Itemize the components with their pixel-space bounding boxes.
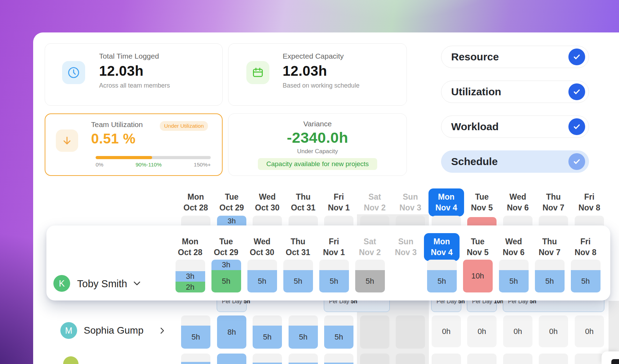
day-header: WedNov 6 <box>500 188 536 216</box>
schedule-cell[interactable]: 5h <box>289 315 318 349</box>
schedule-cell[interactable]: 0h <box>539 315 568 347</box>
schedule-cell[interactable]: 0h <box>503 315 532 347</box>
cell-segment <box>324 354 353 363</box>
schedule-cell[interactable]: 5h <box>247 260 277 292</box>
schedule-cell[interactable] <box>360 315 389 349</box>
stat-card-total-time: Total Time Logged 12.03h Across all team… <box>45 43 223 106</box>
schedule-cell[interactable] <box>289 216 318 226</box>
date-label: Nov 8 <box>575 248 597 257</box>
cell-segment: 5h <box>181 326 210 349</box>
schedule-cell[interactable] <box>360 354 389 364</box>
schedule-cell[interactable] <box>324 354 353 364</box>
schedule-cell[interactable]: 5h <box>283 260 313 292</box>
view-toggle-utilization[interactable]: Utilization <box>441 81 589 103</box>
view-toggle-schedule[interactable]: Schedule <box>441 150 589 173</box>
stat-subtitle: Across all team members <box>99 82 170 89</box>
stat-value: -2340.0h <box>229 129 407 146</box>
schedule-cell[interactable] <box>575 216 604 226</box>
stat-card-variance: Variance -2340.0h Under Capacity Capacit… <box>228 113 407 176</box>
day-header: FriNov 8 <box>572 188 607 216</box>
day-header-today[interactable]: MonNov 4 <box>428 188 464 216</box>
schedule-cell[interactable]: 10h <box>463 260 493 292</box>
date-label: Nov 6 <box>503 248 525 257</box>
day-header: ThuOct 31 <box>280 233 316 261</box>
schedule-cell[interactable]: 0h <box>467 315 497 347</box>
schedule-cell[interactable] <box>503 354 532 364</box>
date-label: Oct 29 <box>214 248 238 257</box>
schedule-cell[interactable] <box>432 354 461 364</box>
day-header: ThuOct 31 <box>285 188 321 216</box>
day-of-week-label: Mon <box>187 192 204 202</box>
schedule-cell[interactable] <box>289 354 318 364</box>
stat-value: 0.51 % <box>91 131 143 147</box>
cell-segment: 2h <box>176 282 205 292</box>
day-header: WedOct 30 <box>244 233 280 261</box>
cell-segment <box>181 362 210 364</box>
cell-segment: 5h <box>324 326 353 349</box>
schedule-cell[interactable]: 5h <box>427 260 457 292</box>
schedule-cell[interactable]: 5h <box>535 260 565 292</box>
cell-segment: 5h <box>535 270 565 292</box>
schedule-cell[interactable]: 5h <box>324 315 353 349</box>
schedule-cell[interactable]: 0h <box>575 315 604 347</box>
stat-value: 12.03h <box>99 63 170 79</box>
stat-title: Variance <box>229 120 407 128</box>
schedule-cell[interactable] <box>181 354 210 364</box>
schedule-cell[interactable]: 5h <box>319 260 349 292</box>
schedule-cell[interactable]: 0h <box>432 315 461 347</box>
schedule-cell[interactable]: 5h <box>253 315 282 349</box>
chevron-right-icon[interactable] <box>158 326 166 336</box>
schedule-cell[interactable]: 3h2h <box>176 260 205 292</box>
cell-segment: 5h <box>499 270 529 292</box>
cell-segment: 5h <box>247 270 277 292</box>
cell-segment <box>396 354 425 364</box>
day-header: ThuNov 7 <box>532 233 567 261</box>
schedule-cell[interactable] <box>396 216 425 226</box>
schedule-cell[interactable] <box>396 354 425 364</box>
schedule-cell[interactable]: 5h <box>181 315 210 349</box>
stat-title: Total Time Logged <box>99 52 170 60</box>
member-name: Sophia Gump <box>84 325 143 336</box>
view-toggle-resource[interactable]: Resource <box>441 46 589 68</box>
arrow-down-icon <box>56 129 78 152</box>
schedule-cell[interactable]: 5h <box>499 260 529 292</box>
schedule-cell[interactable] <box>467 354 497 364</box>
day-of-week-label: Sat <box>368 192 381 202</box>
schedule-cell[interactable] <box>181 216 210 226</box>
check-icon <box>568 49 585 65</box>
schedule-cell[interactable] <box>253 216 282 226</box>
date-label: Nov 4 <box>435 203 457 213</box>
scale-min: 0% <box>96 162 103 168</box>
schedule-cell[interactable] <box>396 315 425 349</box>
cell-segment <box>360 315 389 349</box>
avatar: K <box>53 275 70 292</box>
cell-segment <box>539 354 568 364</box>
schedule-cell[interactable] <box>360 216 389 226</box>
cell-segment <box>396 315 425 349</box>
schedule-cell[interactable] <box>575 354 604 364</box>
schedule-cell[interactable] <box>432 216 461 226</box>
cell-segment: 5h <box>211 270 241 292</box>
cell-segment <box>427 260 457 270</box>
schedule-cell[interactable] <box>217 354 246 364</box>
cell-segment <box>575 354 604 364</box>
schedule-cell[interactable]: 5h <box>571 260 601 292</box>
cell-segment <box>467 354 497 364</box>
schedule-cell[interactable] <box>539 216 568 226</box>
cell-segment: 5h <box>253 326 282 349</box>
view-toggle-workload[interactable]: Workload <box>441 116 589 138</box>
view-toggle-label: Resource <box>451 51 499 63</box>
date-label: Nov 7 <box>539 248 561 257</box>
day-of-week-label: Fri <box>580 237 590 246</box>
schedule-cell[interactable] <box>503 216 532 226</box>
cell-segment <box>181 354 210 362</box>
schedule-cell[interactable] <box>324 216 353 226</box>
schedule-cell[interactable] <box>253 354 282 364</box>
schedule-cell[interactable]: 3h5h <box>211 260 241 292</box>
cell-segment: 3h <box>211 260 241 270</box>
day-header-today[interactable]: MonNov 4 <box>424 233 460 261</box>
schedule-cell[interactable] <box>539 354 568 364</box>
date-label: Nov 5 <box>471 203 493 213</box>
schedule-cell[interactable]: 8h <box>217 315 246 349</box>
schedule-cell[interactable]: 5h <box>355 260 385 292</box>
